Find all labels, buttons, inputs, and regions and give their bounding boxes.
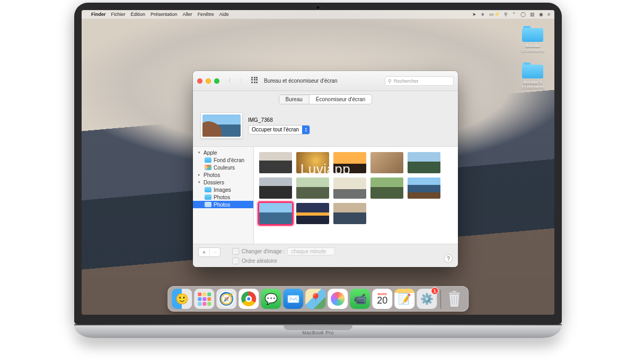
wallpaper-thumb[interactable] bbox=[333, 152, 366, 173]
menu-item[interactable]: Fichier bbox=[111, 12, 126, 17]
sidebar-group-photos[interactable]: ▸Photos bbox=[193, 171, 253, 179]
wallpaper-grid: Luviapp bbox=[254, 147, 458, 244]
laptop-model-label: MacBook Pro bbox=[302, 330, 334, 335]
source-sidebar: ▾Apple Fond d'écran Couleurs ▸Photos ▾Do… bbox=[193, 147, 254, 244]
window-controls bbox=[197, 78, 219, 84]
menu-item[interactable]: Aide bbox=[219, 12, 229, 17]
folder-icon bbox=[205, 194, 211, 200]
desktop-folder[interactable]: Bureau 3 13 éléments bbox=[516, 63, 549, 90]
menu-item[interactable]: Présentation bbox=[151, 12, 178, 17]
minimize-button[interactable] bbox=[206, 78, 211, 84]
sidebar-group-dossiers[interactable]: ▾Dossiers bbox=[193, 179, 253, 186]
control-center-icon[interactable]: ▥ bbox=[530, 12, 535, 17]
add-remove-folder: ＋ － bbox=[198, 247, 220, 257]
badge: 1 bbox=[431, 287, 438, 295]
window-footer: ＋ － Changer d'image : chaque minute Ordr… bbox=[193, 244, 458, 267]
folder-icon bbox=[205, 157, 211, 163]
wallpaper-thumb[interactable] bbox=[408, 152, 440, 173]
dock-calendar[interactable]: MARS20 bbox=[372, 289, 392, 309]
sidebar-item-couleurs[interactable]: Couleurs bbox=[193, 164, 253, 171]
back-button[interactable]: 〈 bbox=[224, 76, 233, 86]
wallpaper-thumb[interactable] bbox=[259, 152, 292, 173]
location-icon[interactable]: ➤ bbox=[472, 12, 476, 17]
fit-mode-select[interactable]: Occuper tout l'écran ▲▼ bbox=[248, 125, 310, 135]
help-button[interactable]: ? bbox=[444, 254, 453, 263]
dock-finder[interactable]: 🙂 bbox=[172, 289, 192, 309]
remove-folder-button[interactable]: － bbox=[209, 248, 220, 256]
sidebar-item-photos-selected[interactable]: Photos bbox=[193, 201, 253, 208]
wallpaper-thumb[interactable] bbox=[408, 177, 440, 199]
wallpaper-thumb[interactable] bbox=[333, 177, 366, 199]
tab-desktop[interactable]: Bureau bbox=[279, 95, 309, 104]
menubar-app-name[interactable]: Finder bbox=[91, 12, 106, 17]
wallpaper-thumb[interactable] bbox=[296, 203, 329, 224]
menubar: Finder Fichier Édition Présentation Alle… bbox=[82, 10, 554, 19]
wifi-icon[interactable]: ⌃ bbox=[512, 12, 516, 17]
user-icon[interactable]: ◯ bbox=[520, 12, 526, 17]
wallpaper-thumb[interactable] bbox=[370, 177, 403, 199]
dock-trash[interactable] bbox=[444, 289, 464, 309]
screen-bezel: Finder Fichier Édition Présentation Alle… bbox=[74, 3, 562, 324]
system-preferences-window: 〈 〉 Bureau et économiseur d'écran ⚲ Rech… bbox=[193, 71, 458, 267]
desktop-screen: Finder Fichier Édition Présentation Alle… bbox=[82, 10, 554, 315]
chevron-updown-icon: ▲▼ bbox=[302, 126, 310, 134]
bluetooth-icon[interactable]: ∗ bbox=[481, 12, 485, 17]
dock-launchpad[interactable] bbox=[194, 289, 214, 309]
window-title: Bureau et économiseur d'écran bbox=[264, 78, 338, 84]
wallpaper-thumb[interactable] bbox=[296, 177, 329, 199]
siri-icon[interactable]: ◉ bbox=[539, 12, 543, 17]
folder-icon bbox=[205, 202, 211, 207]
sidebar-item-fond-decran[interactable]: Fond d'écran bbox=[193, 156, 253, 164]
search-field[interactable]: ⚲ Rechercher bbox=[385, 76, 454, 86]
battery-icon[interactable]: ▭⚡ bbox=[489, 12, 500, 17]
change-image-checkbox[interactable]: Changer d'image : chaque minute bbox=[232, 247, 335, 255]
wallpaper-thumb[interactable] bbox=[259, 203, 292, 224]
dock-notes[interactable]: 📝 bbox=[394, 289, 414, 309]
current-wallpaper-preview bbox=[200, 112, 243, 139]
wallpaper-thumb[interactable] bbox=[259, 177, 292, 199]
spotlight-icon[interactable]: ⚲ bbox=[504, 12, 508, 17]
wallpaper-thumb[interactable] bbox=[296, 152, 329, 173]
forward-button[interactable]: 〉 bbox=[237, 76, 247, 86]
tab-screensaver[interactable]: Économiseur d'écran bbox=[309, 95, 372, 104]
show-all-button[interactable] bbox=[251, 77, 260, 85]
desktop-icon-name: Bureau 3 bbox=[516, 80, 549, 85]
folder-icon bbox=[205, 187, 211, 192]
dock-mail[interactable]: ✉️ bbox=[283, 289, 303, 309]
menu-item[interactable]: Édition bbox=[131, 12, 146, 17]
menu-item[interactable]: Fenêtre bbox=[198, 12, 214, 17]
titlebar: 〈 〉 Bureau et économiseur d'écran ⚲ Rech… bbox=[193, 71, 458, 91]
notification-icon[interactable]: ≡ bbox=[547, 12, 550, 17]
svg-rect-1 bbox=[452, 291, 456, 293]
wallpaper-thumb[interactable] bbox=[333, 203, 366, 224]
folder-icon bbox=[522, 26, 543, 42]
wallpaper-thumb[interactable] bbox=[370, 152, 403, 173]
dock: 🙂 🧭 💬 ✉️ 📍 📹 MARS20 📝 ⚙️1 bbox=[167, 286, 469, 312]
sidebar-group-apple[interactable]: ▾Apple bbox=[193, 149, 253, 156]
sidebar-item-photos[interactable]: Photos bbox=[193, 193, 253, 201]
status-icons: ➤ ∗ ▭⚡ ⚲ ⌃ ◯ ▥ ◉ ≡ bbox=[472, 12, 550, 17]
desktop-icon-sub: 13 éléments bbox=[516, 85, 549, 90]
random-order-checkbox[interactable]: Ordre aléatoire bbox=[232, 258, 335, 264]
add-folder-button[interactable]: ＋ bbox=[199, 248, 209, 256]
sidebar-item-images[interactable]: Images bbox=[193, 186, 253, 193]
dock-messages[interactable]: 💬 bbox=[261, 289, 281, 309]
preview-row: IMG_7368 Occuper tout l'écran ▲▼ bbox=[193, 107, 458, 147]
menu-item[interactable]: Aller bbox=[183, 12, 192, 17]
close-button[interactable] bbox=[197, 78, 202, 84]
dock-safari[interactable]: 🧭 bbox=[216, 289, 236, 309]
dock-photos[interactable] bbox=[328, 289, 348, 309]
dock-system-preferences[interactable]: ⚙️1 bbox=[417, 289, 437, 309]
zoom-button[interactable] bbox=[214, 78, 219, 84]
dock-facetime[interactable]: 📹 bbox=[350, 289, 370, 309]
dock-separator bbox=[440, 290, 441, 309]
desktop-folder[interactable]: Bureau 16 éléments bbox=[516, 26, 549, 53]
fit-mode-value: Occuper tout l'écran bbox=[252, 127, 299, 132]
colors-icon bbox=[205, 165, 211, 170]
tabs-row: Bureau Économiseur d'écran bbox=[193, 91, 458, 107]
desktop-icon-sub: 16 éléments bbox=[516, 48, 549, 53]
desktop-icons: Bureau 16 éléments Bureau 3 13 éléments bbox=[516, 26, 549, 90]
dock-chrome[interactable] bbox=[238, 289, 259, 309]
dock-maps[interactable]: 📍 bbox=[305, 289, 325, 309]
body-split: ▾Apple Fond d'écran Couleurs ▸Photos ▾Do… bbox=[193, 147, 458, 244]
